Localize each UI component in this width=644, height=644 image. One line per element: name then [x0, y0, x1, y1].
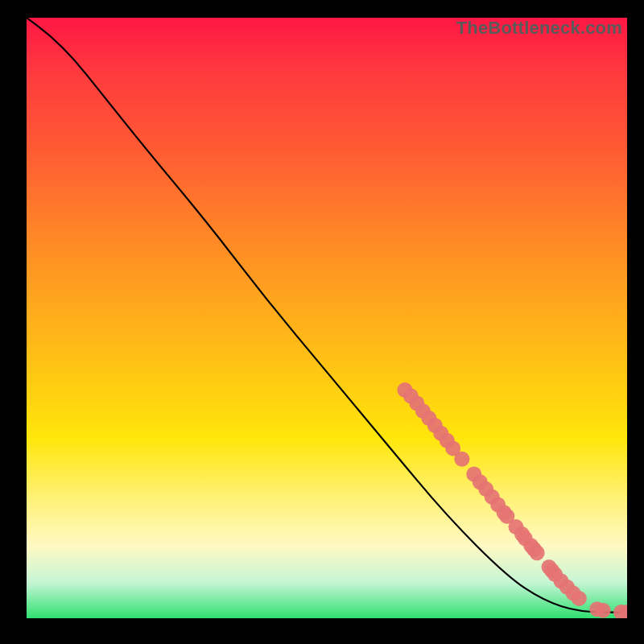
data-point	[572, 591, 587, 606]
curve-line	[27, 18, 627, 613]
plot-area: TheBottleneck.com	[27, 18, 627, 618]
data-point	[596, 603, 611, 618]
scatter-points	[397, 382, 627, 618]
data-point	[530, 545, 545, 560]
chart-overlay	[27, 18, 627, 618]
data-point	[454, 452, 469, 467]
chart-frame: TheBottleneck.com	[0, 0, 644, 644]
